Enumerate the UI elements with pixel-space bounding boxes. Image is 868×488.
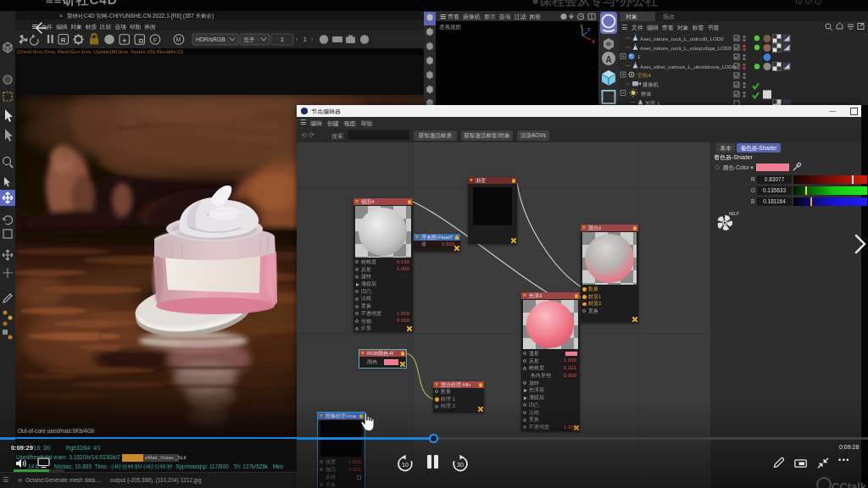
svg-text:1: 1 bbox=[637, 53, 641, 59]
svg-text:Y: Y bbox=[580, 24, 583, 29]
svg-text:☰: ☰ bbox=[621, 24, 627, 31]
svg-text:X: X bbox=[592, 39, 595, 44]
svg-text:Z: Z bbox=[587, 27, 591, 32]
svg-text:骨体: 骨体 bbox=[641, 91, 652, 97]
svg-text:Aset_nature_rock_L_uldrcd0_LOD: Aset_nature_rock_L_uldrcd0_LOD0 bbox=[640, 36, 724, 42]
svg-text:对象: 对象 bbox=[626, 14, 637, 19]
svg-text:30: 30 bbox=[457, 462, 464, 468]
svg-text:R: R bbox=[61, 36, 66, 44]
svg-text:文件 编辑 查看 对象 标签 书签: 文件 编辑 查看 对象 标签 书签 bbox=[632, 24, 719, 31]
svg-text:10: 10 bbox=[402, 462, 409, 468]
svg-text:A: A bbox=[606, 55, 612, 64]
svg-text:场次: 场次 bbox=[662, 14, 675, 20]
svg-text:Aset_nature_rock_L_vckqccbga_L: Aset_nature_rock_L_vckqccbga_LOD0 bbox=[640, 45, 732, 51]
svg-text:M: M bbox=[175, 36, 181, 42]
svg-text:F: F bbox=[153, 36, 158, 44]
svg-text:光子: 光子 bbox=[243, 36, 255, 43]
svg-text:1: 1 bbox=[281, 36, 284, 42]
svg-text:Aset_other_various_L_ukmildmva: Aset_other_various_L_ukmildmva_LOD0 bbox=[640, 64, 736, 69]
svg-text:1: 1 bbox=[303, 36, 307, 42]
svg-text:‹: ‹ bbox=[296, 36, 298, 42]
svg-text:摄像机: 摄像机 bbox=[643, 81, 659, 88]
svg-text:HDR/sRGB: HDR/sRGB bbox=[196, 36, 225, 42]
svg-text:›: › bbox=[311, 36, 314, 42]
svg-text:空白4: 空白4 bbox=[637, 72, 651, 79]
